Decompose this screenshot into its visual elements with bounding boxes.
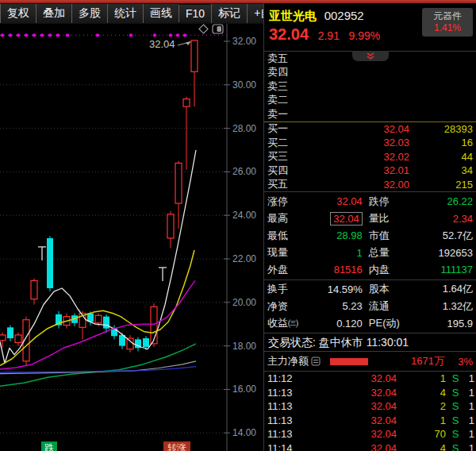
annotation-arrowhead [186,41,191,45]
limit-dot [9,33,12,37]
quote-label: 卖一 [267,107,302,121]
quote-label: 买三 [267,149,302,164]
tick-row: 11:1332.044S1 [264,386,476,400]
quote-price: 32.01 [302,164,409,176]
tick-volume: 2 [397,400,446,412]
chart-canvas[interactable]: 32.0030.0028.0026.0024.0022.0020.0018.00… [0,24,263,451]
tick-price: 32.04 [304,428,397,440]
stat-value: 192653 [409,247,473,259]
candle-body [143,338,149,347]
trading-status-label: 交易状态: [268,336,316,349]
stat-value: 195.9 [409,318,473,330]
stat-label: 净资 [267,299,304,314]
tick-side: S [446,372,465,384]
toolbar-button-画线[interactable]: 画线 [143,4,178,23]
tick-volume: 70 [397,428,446,440]
ask-row[interactable]: 卖一 [264,107,476,121]
panel-divider [264,51,476,52]
quote-label: 卖五 [267,52,302,66]
tick-side: S [446,414,465,426]
stat-label: PE(动) [363,316,409,330]
ask-row[interactable]: 卖三 [264,79,476,94]
signal-badge-text: 转涨 [167,442,186,451]
candle-body [95,315,102,323]
stat-row: 收益㈢0.120PE(动)195.9 [264,315,476,333]
stat-value: 1 [304,247,363,259]
quote-label: 卖二 [267,93,302,107]
tick-time: 11:12 [267,372,304,384]
axis-label: 16.00 [232,384,256,395]
quote-panel: 亚世光电 002952 32.04 2.91 9.99% 元器件 1.41% 卖… [263,3,476,451]
stat-value: 81516 [304,264,363,276]
quote-label: 卖三 [267,79,302,94]
stat-row: 净资5.23流通1.32亿 [264,298,476,315]
stat-label: 外盘 [267,263,304,277]
candle-body [167,214,174,238]
toolbar-button-多股[interactable]: 多股 [71,4,107,23]
price-change-pct: 9.99% [349,29,381,42]
tick-count: 1 [465,400,474,412]
candle-body [103,317,109,329]
limit-dot [153,33,156,37]
last-price: 32.04 [269,25,309,43]
price-change: 2.91 [318,29,340,42]
stat-value: 2.34 [409,213,473,225]
stat-label: 现量 [267,245,304,260]
limit-dot [169,33,172,37]
quote-label: 买四 [267,164,302,178]
limit-dot [25,33,28,37]
bid-row[interactable]: 买三32.0244 [264,150,476,164]
tick-price: 32.04 [304,387,397,399]
toolbar-button-标记[interactable]: 标记 [211,4,247,23]
stat-label: 最高 [267,211,304,226]
toolbar-button-统计[interactable]: 统计 [107,4,143,23]
stat-label: 涨停 [267,195,304,209]
stat-value: 111137 [409,264,473,276]
net-flow-bar [330,358,368,365]
stat-value: 0.120 [304,318,363,330]
sector-change: 1.41% [424,22,471,34]
axis-label: 20.00 [232,297,256,308]
tick-volume: 1 [397,414,446,426]
axis-label: 28.00 [232,123,256,134]
axis-label: 30.00 [232,79,256,91]
tick-volume: 4 [397,442,446,451]
axis-label: 14.00 [232,427,256,438]
toolbar-button-F10[interactable]: F10 [178,5,211,22]
stat-value: 26.22 [409,195,473,207]
quote-price: 32.02 [302,151,409,163]
toolbar-button-叠加[interactable]: 叠加 [36,4,71,23]
tick-count: 1 [465,442,474,451]
stock-header: 亚世光电 002952 32.04 2.91 9.99% 元器件 1.41% [264,3,476,48]
sector-badge[interactable]: 元器件 1.41% [422,8,473,37]
limit-dot [56,33,60,37]
bid-row[interactable]: 买二32.0316 [264,136,476,150]
bid-row[interactable]: 买五32.00215 [264,178,476,192]
tick-row: 11:1332.042S1 [264,399,476,414]
ask-row[interactable]: 卖二 [264,94,476,108]
main-flow-value: 1671万 [368,354,444,368]
toolbar-button-复权[interactable]: 复权 [0,4,36,23]
stat-value: 1.32亿 [409,299,473,314]
tick-time: 11:13 [267,387,304,399]
panel-toggle-icon-fill [217,26,222,32]
axis-label: 18.00 [232,341,256,352]
bid-row[interactable]: 买一32.0428393 [264,122,476,137]
trading-status: 交易状态: 盘中休市 11:30:01 [264,333,476,351]
bid-row[interactable]: 买四32.0134 [264,164,476,178]
tick-list[interactable]: 11:1232.041S111:1332.044S111:1332.042S11… [264,372,476,451]
limit-dot [1,33,4,37]
quote-label: 买五 [267,177,302,191]
stat-label: 市值 [363,229,409,243]
ask-row[interactable]: 卖四 [264,66,476,80]
stat-row: 现量1总量192653 [264,245,476,262]
stat-value: 5.23 [304,300,363,312]
stat-row: 涨停32.04跌停26.22 [264,193,476,210]
candle-body [191,40,198,71]
limit-dot [40,33,44,37]
candle-body [47,238,53,288]
stat-row: 最低28.98市值52.7亿 [264,227,476,245]
collapse-tab[interactable] [352,51,389,61]
main-net-flow[interactable]: 主力净额 1671万 3% [264,352,476,371]
candlestick-chart[interactable]: 32.0030.0028.0026.0024.0022.0020.0018.00… [0,24,263,451]
